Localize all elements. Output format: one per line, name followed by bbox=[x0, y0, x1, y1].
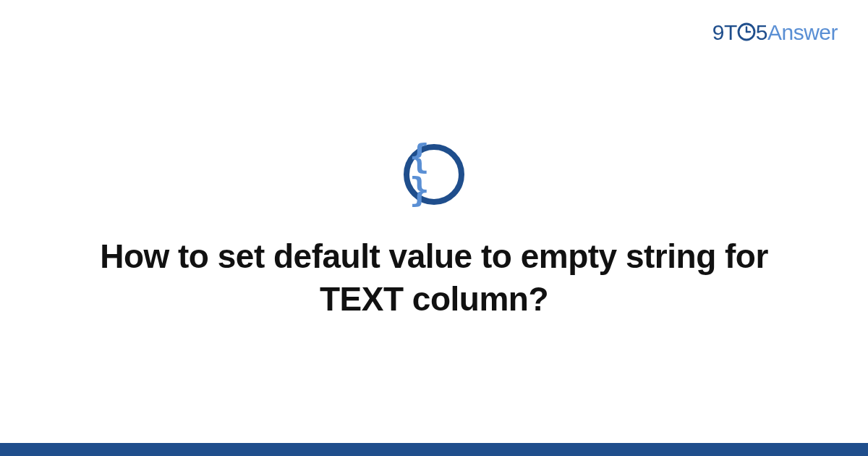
main-content: { } How to set default value to empty st… bbox=[0, 0, 868, 443]
code-braces-icon: { } bbox=[404, 144, 464, 205]
question-title: How to set default value to empty string… bbox=[87, 235, 781, 321]
footer-bar bbox=[0, 443, 868, 456]
braces-glyph: { } bbox=[409, 140, 459, 206]
